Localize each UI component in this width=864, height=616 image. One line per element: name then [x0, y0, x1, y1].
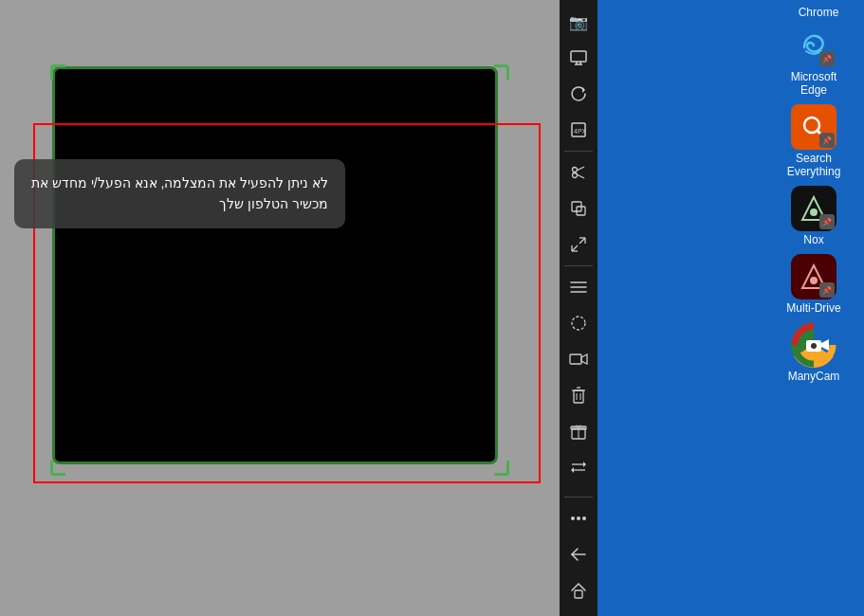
search-icon-wrapper: 📌 [791, 104, 836, 150]
desktop-icon-search[interactable]: 📌 Search Everything [771, 104, 856, 178]
emulator-area: לא ניתן להפעיל את המצלמה, אנא הפעל/י מחד… [0, 0, 560, 616]
multidrive-label: Multi-Drive [776, 301, 852, 315]
corner-tl [50, 64, 65, 80]
side-toolbar: 📷 4PX [560, 0, 597, 616]
svg-point-8 [573, 173, 578, 178]
phone-screen [52, 66, 498, 464]
scissors-icon[interactable] [561, 155, 597, 190]
svg-line-18 [572, 245, 578, 251]
svg-point-7 [573, 168, 578, 172]
more-dots-icon[interactable] [561, 501, 597, 535]
home-icon[interactable] [561, 573, 597, 607]
svg-rect-23 [570, 354, 581, 364]
edge-overlay-icon: 📌 [819, 51, 835, 66]
manycam-icon [791, 322, 836, 368]
svg-line-10 [577, 174, 584, 178]
svg-point-50 [810, 277, 818, 284]
svg-point-54 [811, 343, 817, 349]
svg-line-9 [577, 167, 584, 171]
resolution-icon[interactable]: 4PX [561, 113, 597, 147]
back-icon[interactable] [561, 537, 597, 571]
nox-label: Nox [776, 233, 852, 246]
svg-text:4PX: 4PX [574, 128, 587, 135]
desktop-area: Chrome 📌 Microsoft Edge 📌 [597, 0, 864, 616]
svg-point-37 [571, 516, 575, 520]
search-label: Search Everything [776, 152, 852, 178]
multidrive-icon-wrapper: 📌 [791, 254, 836, 299]
svg-point-38 [577, 516, 580, 520]
nox-overlay-icon: 📌 [819, 214, 835, 229]
video-icon[interactable] [561, 342, 597, 376]
svg-rect-41 [575, 590, 582, 598]
divider-1 [564, 151, 593, 152]
desktop-icon-edge[interactable]: 📌 Microsoft Edge [771, 23, 856, 97]
divider-bottom [564, 497, 593, 498]
desktop-icon-multidrive[interactable]: 📌 Multi-Drive [771, 254, 856, 315]
corner-bl [50, 461, 65, 476]
desktop-icon-nox[interactable]: 📌 Nox [771, 186, 856, 246]
loading-icon[interactable] [561, 306, 597, 340]
manycam-label: ManyCam [776, 370, 852, 383]
svg-marker-34 [583, 462, 586, 467]
nox-icon-wrapper: 📌 [791, 186, 836, 231]
edge-label: Microsoft Edge [776, 70, 852, 97]
toast-message: לא ניתן להפעיל את המצלמה, אנא הפעל/י מחד… [14, 159, 345, 228]
gift-icon[interactable] [561, 414, 597, 448]
corner-br [494, 461, 509, 476]
expand-icon[interactable] [561, 227, 597, 262]
svg-marker-24 [581, 354, 587, 364]
svg-marker-4 [582, 87, 585, 93]
svg-rect-25 [574, 390, 583, 403]
edge-icon-wrapper: 📌 [791, 23, 836, 68]
svg-line-17 [579, 238, 585, 244]
corner-tr [494, 64, 509, 80]
menu-icon[interactable] [561, 270, 597, 304]
manycam-icon-wrapper [791, 322, 836, 368]
desktop-icon-manycam[interactable]: ManyCam [771, 322, 856, 383]
svg-rect-0 [571, 51, 586, 62]
svg-marker-53 [821, 339, 829, 351]
svg-point-39 [582, 516, 586, 520]
svg-marker-36 [571, 467, 574, 473]
toolbar-bottom [561, 494, 597, 612]
camera-icon[interactable]: 📷 [561, 5, 597, 39]
resize-icon[interactable] [561, 191, 597, 226]
divider-2 [564, 265, 593, 266]
delete-icon[interactable] [561, 378, 597, 412]
rotate-icon[interactable] [561, 77, 597, 111]
screen-icon[interactable] [561, 41, 597, 75]
swap-icon[interactable] [561, 450, 597, 484]
svg-point-47 [810, 208, 818, 216]
chrome-title: Chrome [781, 6, 856, 19]
multidrive-overlay-icon: 📌 [819, 282, 835, 298]
svg-point-22 [572, 317, 585, 330]
search-overlay-icon: 📌 [819, 133, 835, 148]
